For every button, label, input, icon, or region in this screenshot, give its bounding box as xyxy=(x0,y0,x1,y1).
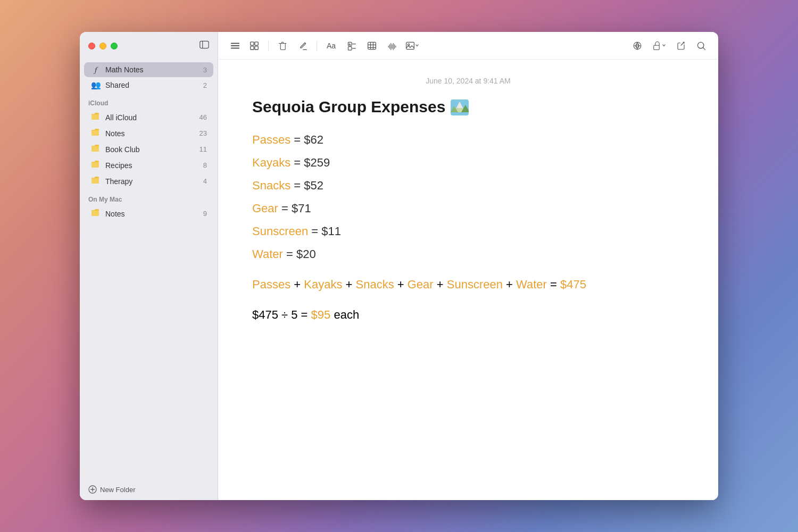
sidebar-toggle-icon xyxy=(200,40,209,49)
sidebar-item-book-club[interactable]: Book Club 11 xyxy=(84,142,213,157)
note-date: June 10, 2024 at 9:41 AM xyxy=(252,77,684,85)
sidebar-item-notes-count: 23 xyxy=(200,129,207,137)
division-text: $475 ÷ 5 = xyxy=(252,308,311,321)
checklist-button[interactable] xyxy=(343,37,360,54)
svg-rect-4 xyxy=(92,146,99,152)
svg-rect-16 xyxy=(251,46,254,49)
media-dropdown-icon xyxy=(415,43,419,48)
svg-point-37 xyxy=(408,44,410,45)
grid-view-icon xyxy=(250,41,259,51)
sidebar-item-notes[interactable]: Notes 23 xyxy=(84,126,213,141)
toolbar-divider-2 xyxy=(317,40,317,51)
sidebar-item-notes-mac-label: Notes xyxy=(105,210,203,218)
audio-icon xyxy=(387,41,397,51)
math-line-water: Water = $20 xyxy=(252,245,684,263)
math-line-passes: Passes = $62 xyxy=(252,131,684,148)
svg-line-44 xyxy=(703,47,705,49)
audio-button[interactable] xyxy=(384,37,401,54)
sidebar-item-recipes[interactable]: Recipes 8 xyxy=(84,157,213,173)
new-folder-label: New Folder xyxy=(100,486,135,494)
division-suffix: each xyxy=(334,308,359,321)
delete-button[interactable] xyxy=(274,37,291,54)
toolbar: Aa xyxy=(218,32,718,60)
svg-rect-5 xyxy=(92,162,99,168)
collab-icon xyxy=(633,41,642,51)
svg-line-20 xyxy=(349,44,350,45)
onmymac-section-header: On My Mac xyxy=(80,189,218,205)
sidebar-item-math-notes[interactable]: 𝑓 Math Notes 3 xyxy=(84,62,213,77)
var-sunscreen: Sunscreen xyxy=(252,225,308,238)
sidebar: 𝑓 Math Notes 3 👥 Shared 2 iCloud All iCl… xyxy=(80,32,218,500)
sidebar-items-container: 𝑓 Math Notes 3 👥 Shared 2 iCloud All iCl… xyxy=(80,60,218,479)
svg-rect-17 xyxy=(255,46,258,49)
folder-notes-mac-icon xyxy=(90,209,101,219)
note-title: Sequoia Group Expenses xyxy=(252,98,684,116)
list-view-button[interactable] xyxy=(227,37,244,54)
sidebar-item-all-icloud[interactable]: All iCloud 46 xyxy=(84,110,213,125)
sidebar-item-recipes-count: 8 xyxy=(203,161,207,169)
sidebar-item-therapy-count: 4 xyxy=(203,177,207,185)
toolbar-divider-1 xyxy=(268,40,269,51)
new-folder-button[interactable]: New Folder xyxy=(80,479,218,500)
toolbar-view-controls xyxy=(227,37,263,54)
maximize-button[interactable] xyxy=(111,43,118,49)
svg-rect-15 xyxy=(255,41,258,45)
sidebar-item-math-notes-count: 3 xyxy=(203,66,207,74)
note-title-emoji xyxy=(451,98,469,116)
svg-line-42 xyxy=(681,42,684,45)
folder-recipes-icon xyxy=(90,160,101,170)
format-text-button[interactable]: Aa xyxy=(322,37,340,54)
lock-icon xyxy=(652,41,661,51)
svg-rect-24 xyxy=(368,42,376,49)
sidebar-item-shared[interactable]: 👥 Shared 2 xyxy=(84,78,213,93)
close-button[interactable] xyxy=(88,43,95,49)
minimize-button[interactable] xyxy=(99,43,106,49)
var-passes: Passes xyxy=(252,133,290,146)
var-gear: Gear xyxy=(252,202,278,215)
note-content-area[interactable]: June 10, 2024 at 9:41 AM Sequoia Group E… xyxy=(218,60,718,500)
share-icon xyxy=(676,41,686,51)
new-folder-icon xyxy=(88,485,97,494)
search-button[interactable] xyxy=(693,37,710,54)
lock-button[interactable] xyxy=(649,37,669,54)
collab-button[interactable] xyxy=(629,37,646,54)
list-view-icon xyxy=(230,41,240,51)
math-line-gear: Gear = $71 xyxy=(252,200,684,217)
svg-rect-0 xyxy=(200,41,209,48)
lock-dropdown-icon xyxy=(662,43,666,48)
sidebar-item-shared-label: Shared xyxy=(105,81,203,89)
sidebar-item-all-icloud-label: All iCloud xyxy=(105,113,200,122)
sidebar-item-notes-mac[interactable]: Notes 9 xyxy=(84,206,213,221)
var-water: Water xyxy=(252,247,283,261)
sidebar-item-math-notes-label: Math Notes xyxy=(105,65,203,74)
sidebar-item-shared-count: 2 xyxy=(203,81,207,89)
app-window: 𝑓 Math Notes 3 👥 Shared 2 iCloud All iCl… xyxy=(80,32,718,500)
svg-rect-21 xyxy=(348,46,352,50)
table-icon xyxy=(367,41,377,51)
grid-view-button[interactable] xyxy=(246,37,263,54)
sidebar-toggle-button[interactable] xyxy=(200,40,209,52)
sidebar-item-all-icloud-count: 46 xyxy=(200,113,207,121)
folder-therapy-icon xyxy=(90,176,101,186)
sidebar-item-therapy[interactable]: Therapy 4 xyxy=(84,173,213,189)
svg-rect-3 xyxy=(92,130,99,136)
sidebar-item-book-club-label: Book Club xyxy=(105,145,200,154)
checklist-icon xyxy=(347,41,356,51)
math-notes-icon: 𝑓 xyxy=(90,65,101,74)
share-button[interactable] xyxy=(672,37,689,54)
var-snacks: Snacks xyxy=(252,179,290,192)
svg-rect-36 xyxy=(406,42,414,49)
sidebar-item-notes-label: Notes xyxy=(105,129,200,138)
sidebar-item-recipes-label: Recipes xyxy=(105,161,203,170)
compose-button[interactable] xyxy=(294,37,311,54)
division-result: $95 xyxy=(311,308,331,321)
folder-all-icloud-icon xyxy=(90,112,101,122)
media-button[interactable] xyxy=(404,37,421,54)
folder-notes-icon xyxy=(90,128,101,138)
sidebar-item-therapy-label: Therapy xyxy=(105,177,203,186)
svg-rect-41 xyxy=(654,45,660,49)
search-icon xyxy=(696,41,706,51)
media-icon xyxy=(405,41,415,51)
table-button[interactable] xyxy=(363,37,380,54)
math-line-snacks: Snacks = $52 xyxy=(252,177,684,194)
